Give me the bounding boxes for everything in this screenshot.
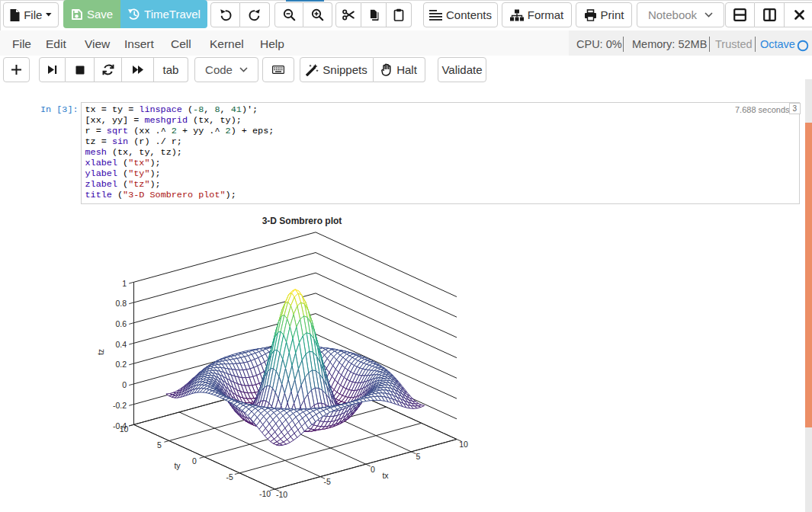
svg-text:0.6: 0.6 [115, 319, 127, 328]
svg-text:10: 10 [459, 440, 468, 449]
svg-text:3-D Sombrero plot: 3-D Sombrero plot [262, 216, 342, 226]
svg-text:-10: -10 [276, 490, 287, 499]
svg-text:-10: -10 [259, 489, 271, 498]
svg-text:-5: -5 [323, 477, 330, 486]
svg-text:tz: tz [96, 349, 105, 355]
svg-text:5: 5 [416, 452, 420, 461]
svg-text:-0.4: -0.4 [113, 421, 127, 430]
svg-text:0.8: 0.8 [115, 299, 127, 308]
svg-text:0.2: 0.2 [115, 360, 127, 369]
svg-text:0.4: 0.4 [115, 340, 127, 349]
svg-text:10: 10 [120, 424, 129, 434]
svg-text:0: 0 [192, 456, 197, 466]
svg-text:1: 1 [122, 279, 127, 288]
svg-text:tx: tx [382, 471, 389, 480]
svg-text:5: 5 [157, 440, 162, 450]
svg-text:0: 0 [122, 380, 127, 389]
svg-text:0: 0 [371, 465, 375, 474]
svg-text:-5: -5 [226, 472, 233, 482]
svg-text:-0.2: -0.2 [113, 401, 127, 410]
svg-text:ty: ty [174, 461, 181, 470]
